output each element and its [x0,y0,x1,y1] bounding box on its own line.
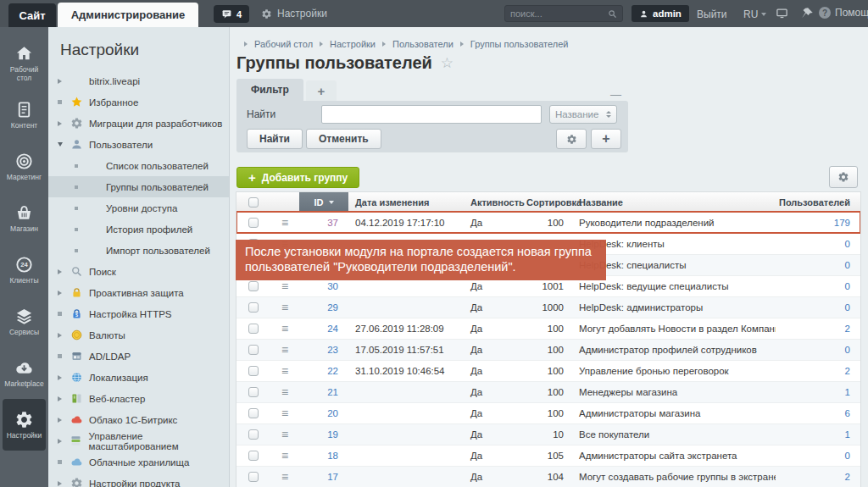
rail-item[interactable]: Сервисы [3,296,46,347]
select-all-checkbox[interactable] [248,197,259,208]
row-checkbox[interactable] [248,366,259,376]
group-id-link[interactable]: 19 [327,429,338,440]
menu-item[interactable]: Импорт пользователей [48,240,229,261]
search-input[interactable] [510,8,608,19]
row-actions-icon[interactable]: ≡ [281,302,288,313]
cancel-button[interactable]: Отменить [306,129,381,149]
rail-item[interactable]: Marketplace [3,347,46,399]
group-id-link[interactable]: 23 [327,345,338,355]
row-checkbox[interactable] [248,408,259,418]
group-id-link[interactable]: 30 [327,281,338,291]
group-id-link[interactable]: 20 [327,408,338,418]
row-checkbox[interactable] [248,324,259,334]
tab-admin[interactable]: Администрирование [58,3,198,27]
row-actions-icon[interactable]: ≡ [281,365,288,377]
users-count-link[interactable]: 1 [845,429,850,440]
menu-item[interactable]: Валюты [48,324,229,346]
row-checkbox[interactable] [248,387,259,397]
add-group-button[interactable]: + Добавить группу [236,167,359,188]
filter-add-button[interactable]: + [591,129,621,149]
menu-item[interactable]: Избранное [48,91,229,113]
language-select[interactable]: RU [743,8,766,20]
logout-link[interactable]: Выйти [697,8,727,20]
group-id-link[interactable]: 29 [327,302,338,313]
hotkeys-button[interactable] [776,7,788,23]
column-header-name[interactable]: Название [570,192,776,212]
users-count-link[interactable]: 1 [845,387,850,397]
users-count-link[interactable]: 2 [845,472,850,482]
users-count-link[interactable]: 0 [845,239,850,249]
topbar-search[interactable] [504,5,623,22]
breadcrumb-item[interactable]: Пользователи [376,39,453,49]
tab-site[interactable]: Сайт [8,3,56,27]
find-button[interactable]: Найти [247,129,303,149]
rail-item[interactable]: Рабочий стол [3,37,46,89]
users-count-link[interactable]: 0 [845,302,850,313]
column-header-active[interactable]: Активность [464,192,520,212]
table-settings-button[interactable] [829,166,858,188]
group-id-link[interactable]: 18 [327,451,338,461]
row-actions-icon[interactable]: ≡ [281,280,288,292]
menu-item[interactable]: Локализация [48,367,229,388]
pin-button[interactable] [801,7,814,23]
row-checkbox[interactable] [248,345,259,355]
rail-item[interactable]: Клиенты [3,244,46,296]
row-actions-icon[interactable]: ≡ [281,429,288,440]
filter-field-select[interactable]: Название [549,105,617,124]
row-actions-icon[interactable]: ≡ [281,386,288,398]
help-button[interactable]: ? Помощь [819,7,868,19]
column-header-id[interactable]: ID [299,192,348,212]
user-button[interactable]: admin [632,5,689,22]
users-count-link[interactable]: 179 [834,218,850,228]
row-actions-icon[interactable]: ≡ [281,344,288,356]
menu-item[interactable]: Группы пользователей [48,176,229,197]
group-id-link[interactable]: 24 [327,324,338,334]
filter-search-input[interactable] [321,105,542,124]
menu-item[interactable]: Пользователи [48,134,229,155]
menu-item[interactable]: Список пользователей [48,155,229,176]
menu-item[interactable]: Облачные хранилища [48,451,229,473]
filter-settings-button[interactable] [556,129,587,149]
rail-item[interactable]: Настройки [3,399,46,451]
rail-item[interactable]: Маркетинг [3,141,46,192]
row-actions-icon[interactable]: ≡ [281,407,288,419]
row-actions-icon[interactable]: ≡ [281,217,288,229]
menu-item[interactable]: Миграции для разработчиков [48,113,229,134]
breadcrumb-item[interactable]: Рабочий стол [237,39,313,49]
users-count-link[interactable]: 0 [845,345,850,355]
breadcrumb-item[interactable]: Группы пользователей [453,39,569,49]
group-id-link[interactable]: 21 [327,387,338,397]
users-count-link[interactable]: 0 [845,451,850,461]
rail-item[interactable]: Магазин [3,192,46,244]
row-checkbox[interactable] [248,472,259,482]
row-actions-icon[interactable]: ≡ [281,471,288,483]
group-id-link[interactable]: 17 [327,472,338,482]
menu-item[interactable]: Уровни доступа [48,197,229,219]
menu-item[interactable]: bitrix.liveapi [48,70,229,91]
menu-item[interactable]: История профилей [48,219,229,240]
group-id-link[interactable]: 22 [327,366,338,376]
topbar-settings-button[interactable]: Настройки [261,6,327,21]
menu-item[interactable]: Настройка HTTPS [48,303,229,324]
menu-item[interactable]: Веб-кластер [48,388,229,409]
row-actions-icon[interactable]: ≡ [281,323,288,335]
breadcrumb-link[interactable]: Рабочий стол [254,39,313,49]
menu-item[interactable]: Проактивная защита [48,282,229,303]
add-filter-tab[interactable]: + [306,80,337,101]
users-count-link[interactable]: 6 [845,408,850,418]
search-icon[interactable] [608,9,617,19]
rail-item[interactable]: Контент [3,89,46,141]
breadcrumb-link[interactable]: Настройки [330,39,376,49]
row-checkbox[interactable] [248,302,259,313]
menu-item[interactable]: Управление масштабированием [48,430,229,451]
users-count-link[interactable]: 0 [845,260,850,270]
menu-item[interactable]: AD/LDAP [48,346,229,367]
users-count-link[interactable]: 0 [845,281,850,291]
row-checkbox[interactable] [248,218,259,228]
column-header-users[interactable]: Пользователей [776,192,860,212]
collapse-filter-icon[interactable]: — [604,88,628,101]
column-header-sort[interactable]: Сортировка [520,192,570,212]
row-checkbox[interactable] [248,281,259,291]
users-count-link[interactable]: 2 [845,366,850,376]
users-count-link[interactable]: 2 [845,324,850,334]
